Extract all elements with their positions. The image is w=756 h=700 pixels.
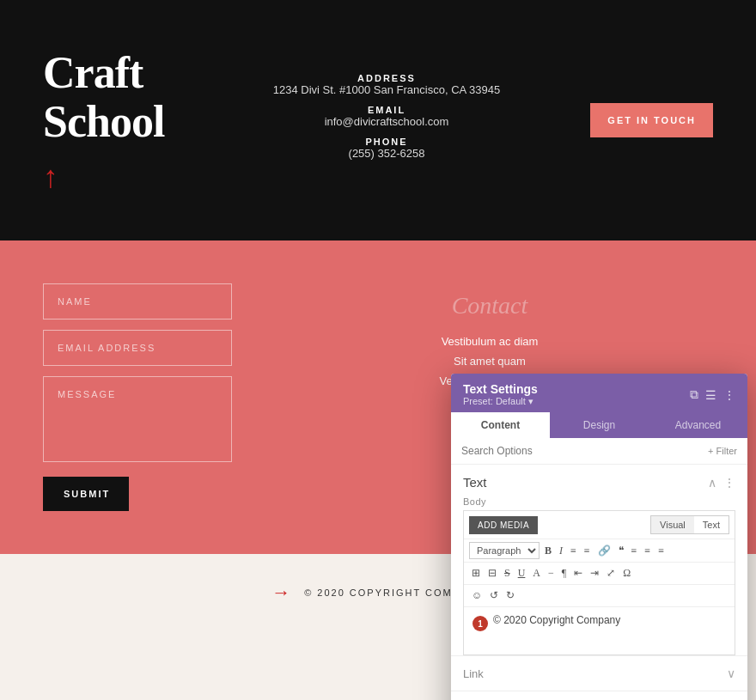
section-more-icon[interactable]: ⋮ [723, 476, 735, 490]
minus-button[interactable]: − [546, 565, 557, 581]
tab-advanced[interactable]: Advanced [649, 412, 747, 438]
fullscreen-button[interactable]: ⤢ [604, 565, 618, 581]
text-button[interactable]: Text [694, 516, 729, 533]
panel-title-area: Text Settings Preset: Default ▾ [463, 382, 538, 407]
link-label: Link [463, 667, 484, 680]
section-icons: ∧ ⋮ [708, 476, 735, 490]
editor-content[interactable]: 1 © 2020 Copyright Company [464, 607, 735, 654]
panel-tabs: Content Design Advanced [451, 412, 747, 438]
paragraph-select[interactable]: Paragraph [469, 542, 540, 559]
undo-button[interactable]: ↺ [487, 587, 501, 604]
panel-body: Text ∧ ⋮ Body ADD MEDIA Visual Text [451, 465, 747, 700]
middle-section: SUBMIT Contact Vestibulum ac diam Sit am… [0, 240, 756, 554]
underline-button[interactable]: U [515, 565, 528, 581]
section-title: Text [463, 475, 487, 490]
editor-badge: 1 [472, 616, 488, 631]
redo-button[interactable]: ↻ [503, 587, 517, 604]
contact-title: Contact [266, 292, 713, 320]
section-chevron-up-icon[interactable]: ∧ [708, 476, 716, 490]
grid-button[interactable]: ⊟ [485, 565, 499, 581]
ul-button[interactable]: ≡ [568, 543, 579, 559]
panel-header-icons: ⧉ ☰ ⋮ [690, 387, 735, 402]
form-area: SUBMIT [43, 283, 266, 511]
bold-button[interactable]: B [542, 543, 554, 559]
text-settings-panel: Text Settings Preset: Default ▾ ⧉ ☰ ⋮ Co… [451, 374, 747, 700]
logo-line2: School [43, 97, 164, 146]
get-in-touch-area: GET IN TOUCH [558, 103, 713, 137]
filter-button[interactable]: + Filter [708, 446, 737, 456]
table-button[interactable]: ⊞ [469, 565, 483, 581]
link-button[interactable]: 🔗 [595, 543, 613, 559]
panel-more-icon[interactable]: ⋮ [723, 388, 735, 402]
name-input[interactable] [43, 283, 232, 320]
contact-link-2[interactable]: Sit amet quam [266, 355, 713, 368]
link-section[interactable]: Link ∨ [451, 655, 747, 691]
background-section[interactable]: Background ∨ [451, 691, 747, 700]
email-input[interactable] [43, 330, 232, 366]
editor-area: ADD MEDIA Visual Text Paragraph B I ≡ ≡ … [463, 510, 735, 655]
panel-header: Text Settings Preset: Default ▾ ⧉ ☰ ⋮ [451, 374, 747, 412]
align-right-button[interactable]: ≡ [655, 543, 667, 559]
editor-toolbar-row4: ☺ ↺ ↻ [464, 585, 735, 607]
arrow-right-icon: → [271, 581, 290, 604]
editor-toolbar-row1: ADD MEDIA Visual Text [464, 511, 735, 539]
align-center-button[interactable]: ≡ [642, 543, 653, 559]
body-label: Body [451, 496, 747, 510]
logo-area: Craft School ↑ [43, 48, 215, 192]
panel-copy-icon[interactable]: ⧉ [690, 387, 698, 402]
search-input[interactable] [461, 445, 701, 457]
get-in-touch-button[interactable]: GET IN TOUCH [590, 103, 713, 137]
logo-line1: Craft [43, 48, 143, 97]
italic-button[interactable]: I [557, 543, 565, 559]
address-label: ADDRESS [215, 73, 558, 83]
arrow-up-icon: ↑ [43, 161, 215, 192]
link-chevron-icon: ∨ [727, 667, 735, 680]
filter-label: + Filter [708, 446, 737, 456]
contact-link-1[interactable]: Vestibulum ac diam [266, 335, 713, 348]
rtl-button[interactable]: ¶ [559, 565, 569, 581]
message-input[interactable] [43, 376, 232, 462]
strikethrough-button[interactable]: S [502, 565, 513, 581]
phone-block: PHONE (255) 352-6258 [215, 137, 558, 160]
panel-search: + Filter [451, 438, 747, 465]
text-section-header: Text ∧ ⋮ [451, 465, 747, 496]
email-value: info@divicraftschool.com [215, 115, 558, 128]
page-wrapper: Craft School ↑ ADDRESS 1234 Divi St. #10… [0, 0, 756, 631]
text-color-button[interactable]: A [530, 565, 543, 581]
phone-label: PHONE [215, 137, 558, 147]
indent-inc-button[interactable]: ⇥ [588, 565, 601, 581]
editor-text: © 2020 Copyright Company [493, 614, 620, 626]
visual-text-toggle: Visual Text [650, 515, 729, 534]
emoji-button[interactable]: ☺ [469, 587, 485, 604]
panel-settings-icon[interactable]: ☰ [705, 388, 716, 402]
indent-dec-button[interactable]: ⇤ [571, 565, 585, 581]
add-media-button[interactable]: ADD MEDIA [469, 516, 538, 534]
phone-value: (255) 352-6258 [215, 147, 558, 160]
ol-button[interactable]: ≡ [582, 543, 593, 559]
logo-text: Craft School [43, 48, 215, 146]
submit-button[interactable]: SUBMIT [43, 477, 129, 511]
contact-info: ADDRESS 1234 Divi St. #1000 San Francisc… [215, 73, 558, 168]
panel-title: Text Settings [463, 382, 538, 396]
tab-content[interactable]: Content [451, 412, 550, 438]
email-block: EMAIL info@divicraftschool.com [215, 105, 558, 128]
visual-button[interactable]: Visual [651, 516, 694, 533]
editor-toolbar-row3: ⊞ ⊟ S U A − ¶ ⇤ ⇥ ⤢ Ω [464, 563, 735, 585]
editor-toolbar-row2: Paragraph B I ≡ ≡ 🔗 ❝ ≡ ≡ ≡ [464, 539, 735, 563]
tab-design[interactable]: Design [550, 412, 649, 438]
top-section: Craft School ↑ ADDRESS 1234 Divi St. #10… [0, 0, 756, 240]
email-label: EMAIL [215, 105, 558, 115]
blockquote-button[interactable]: ❝ [616, 543, 626, 559]
address-value: 1234 Divi St. #1000 San Francisco, CA 33… [215, 83, 558, 96]
omega-button[interactable]: Ω [620, 565, 633, 581]
panel-preset[interactable]: Preset: Default ▾ [463, 396, 538, 407]
address-block: ADDRESS 1234 Divi St. #1000 San Francisc… [215, 73, 558, 96]
align-left-button[interactable]: ≡ [629, 543, 640, 559]
